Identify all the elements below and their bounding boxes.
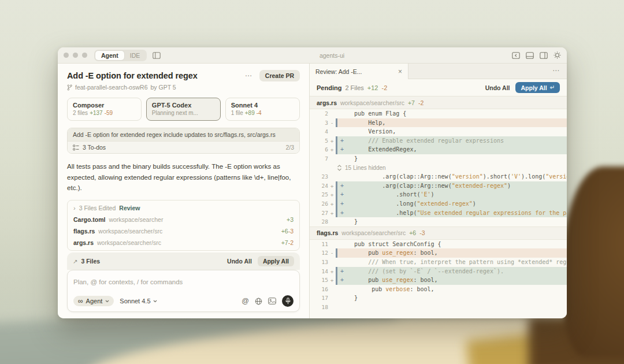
agent-summary-text: All tests pass and the binary builds suc…	[67, 161, 300, 194]
model-card-gpt5-codex[interactable]: GPT-5 Codex Planning next m...	[146, 98, 220, 121]
model-card-sonnet4[interactable]: Sonnet 4 1 file+89-4	[225, 98, 300, 121]
diff-marker: +	[328, 181, 336, 191]
todo-progress: 2/3	[285, 144, 294, 151]
return-key-icon: ↵	[550, 84, 555, 91]
code-text: + /// Enable extended regular expression…	[337, 136, 567, 146]
hidden-lines-label: 15 Lines hidden	[345, 165, 386, 171]
diff-marker: -	[328, 248, 336, 258]
inline-plus-marker: +	[340, 276, 344, 285]
create-pr-button[interactable]: Create PR	[259, 70, 300, 81]
diff-line: 16 pub verbose: bool,	[310, 285, 567, 294]
voice-input-button[interactable]	[282, 295, 294, 307]
line-number: 16	[310, 285, 328, 294]
diff-marker	[328, 294, 336, 303]
tab-agent[interactable]: Agent	[95, 51, 124, 60]
diff-line: 17 }	[310, 294, 567, 303]
file-added: +6	[281, 228, 288, 235]
todo-card[interactable]: Add -E option for extended regex include…	[67, 128, 300, 154]
apply-all-label: Apply All	[521, 84, 547, 91]
diff-marker	[328, 285, 336, 294]
code-text: + /// (set by `-E` / `--extended-regex`)…	[337, 267, 567, 276]
review-tab[interactable]: Review: Add -E... ×	[310, 64, 408, 79]
code-text: + .arg(clap::Arg::new("extended-regex")	[337, 181, 567, 191]
model-label: Sonnet 4.5	[120, 298, 150, 304]
diff-file-header[interactable]: flags.rsworkspace/searcher/src+6-3	[310, 226, 567, 240]
globe-icon[interactable]	[255, 298, 262, 305]
diff-file-header[interactable]: args.rsworkspace/searcher/src+7-2	[310, 96, 567, 109]
zoom-window-button[interactable]	[82, 53, 87, 58]
inline-plus-marker: +	[340, 190, 344, 199]
review-link[interactable]: Review	[119, 205, 140, 211]
diff-line: 15++ pub use_regex: bool,	[310, 276, 567, 285]
file-removed: -3	[288, 228, 294, 235]
code-text: }	[337, 217, 567, 226]
model-added: +89	[245, 110, 255, 116]
diff-marker: +	[328, 276, 336, 285]
close-icon[interactable]: ×	[398, 68, 402, 76]
file-row[interactable]: args.rs workspace/searcher/src +7-2	[68, 237, 299, 248]
mention-icon[interactable]: @	[242, 297, 249, 305]
diff-line: 24++ .arg(clap::Arg::new("extended-regex…	[310, 181, 567, 191]
inline-plus-marker: +	[340, 267, 344, 276]
file-added: +7	[281, 239, 288, 246]
hidden-lines-row[interactable]: 15 Lines hidden	[310, 164, 567, 173]
tab-menu-button[interactable]: ⋯	[552, 66, 560, 75]
file-path: workspace/searcher	[109, 216, 283, 223]
model-cards: Composer 2 files+137-59 GPT-5 Codex Plan…	[67, 98, 300, 121]
panel-bottom-icon[interactable]	[526, 52, 534, 59]
branch-name[interactable]: feat-parallel-search-oswR6	[75, 84, 147, 91]
model-card-composer[interactable]: Composer 2 files+137-59	[67, 98, 142, 121]
diff-line: 14++ /// (set by `-E` / `--extended-rege…	[310, 267, 567, 276]
diff-marker: +	[328, 209, 336, 218]
diff-marker	[328, 109, 336, 118]
chevron-down-icon	[105, 300, 109, 303]
line-number: 17	[310, 294, 328, 303]
diff-line: 12- pub use_regex: bool,	[310, 248, 567, 258]
line-number: 4	[310, 127, 328, 136]
diff-line: 3- Help,	[310, 118, 567, 128]
inline-plus-marker: +	[340, 136, 344, 146]
undo-all-button[interactable]: Undo All	[225, 257, 254, 266]
chevron-down-icon	[153, 300, 157, 303]
panel-right-icon[interactable]	[540, 52, 548, 59]
model-files: 2 files	[73, 110, 88, 116]
code-text: pub struct SearchConfig {	[337, 240, 567, 249]
task-menu-button[interactable]: ⋯	[245, 72, 252, 80]
diff-line: 13 /// When true, interpret the pattern …	[310, 258, 567, 267]
model-files: 1 file	[231, 110, 243, 116]
diff-marker: +	[328, 190, 336, 199]
files-edited-header[interactable]: › 3 Files Edited Review	[68, 202, 299, 214]
diff-file-added: +7	[408, 99, 415, 106]
titlebar-actions	[512, 51, 561, 59]
diff-marker	[328, 303, 336, 312]
sidebar-toggle-icon[interactable]	[153, 52, 161, 59]
file-row[interactable]: flags.rs workspace/searcher/src +6-3	[68, 225, 299, 237]
prompt-input[interactable]	[73, 278, 294, 285]
files-edited-card: › 3 Files Edited Review Cargo.toml works…	[67, 200, 300, 251]
gear-icon[interactable]	[554, 51, 561, 59]
diff-line: 27++ .help("Use extended regular express…	[310, 209, 567, 218]
line-number: 7	[310, 154, 328, 164]
code-text: }	[337, 294, 567, 303]
code-text: + .short('E')	[337, 190, 567, 199]
model-removed: -4	[257, 110, 262, 116]
code-text: .arg(clap::Arg::new("version").short('V'…	[337, 172, 567, 181]
minimize-window-button[interactable]	[73, 53, 78, 58]
model-selector[interactable]: Sonnet 4.5	[120, 298, 157, 304]
mode-selector[interactable]: ∞ Agent	[73, 296, 114, 306]
pending-files-label[interactable]: 3 Files	[81, 258, 100, 265]
code-text: pub verbose: bool,	[337, 285, 567, 294]
tab-ide[interactable]: IDE	[124, 51, 146, 60]
mode-label: Agent	[86, 298, 103, 304]
mode-switcher: Agent IDE	[94, 50, 147, 61]
apply-all-button[interactable]: Apply All	[258, 256, 294, 266]
file-row[interactable]: Cargo.toml workspace/searcher +3	[68, 214, 299, 225]
diff-line: 23 .arg(clap::Arg::new("version").short(…	[310, 172, 567, 181]
apply-all-button[interactable]: Apply All ↵	[515, 82, 560, 93]
undo-all-button[interactable]: Undo All	[483, 83, 512, 92]
collapse-panel-icon[interactable]	[512, 52, 520, 59]
image-icon[interactable]	[268, 298, 276, 304]
model-removed: -59	[105, 110, 113, 116]
diff-file-path: workspace/searcher/src	[341, 229, 406, 236]
close-window-button[interactable]	[64, 53, 69, 58]
